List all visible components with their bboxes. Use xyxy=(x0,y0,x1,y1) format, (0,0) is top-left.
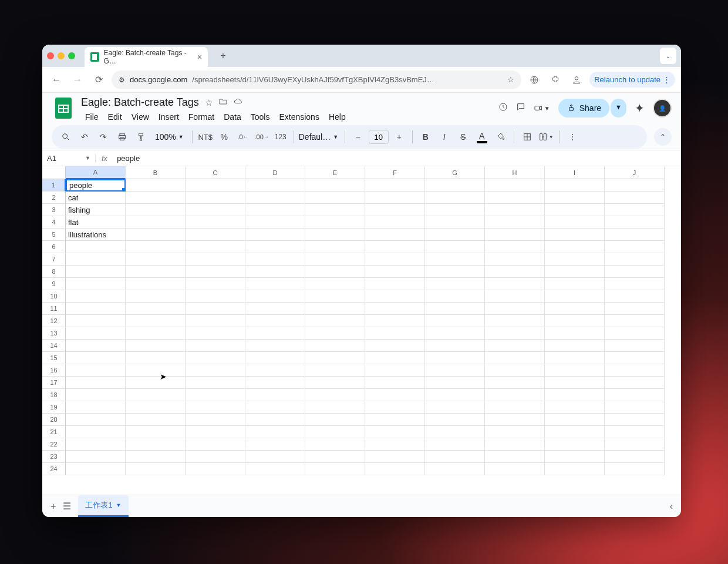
history-icon[interactable] xyxy=(498,102,508,115)
cell[interactable] xyxy=(365,463,425,475)
cell[interactable] xyxy=(245,241,305,253)
cell[interactable] xyxy=(545,426,605,438)
cell[interactable] xyxy=(66,303,126,315)
search-menus-icon[interactable] xyxy=(58,129,74,145)
cell[interactable] xyxy=(66,414,126,426)
row-header[interactable]: 9 xyxy=(42,278,66,290)
cell[interactable] xyxy=(545,229,605,241)
cell[interactable] xyxy=(365,364,425,377)
cell[interactable] xyxy=(365,327,425,340)
cell[interactable] xyxy=(245,303,305,315)
cell[interactable] xyxy=(425,303,485,315)
cell[interactable] xyxy=(425,290,485,303)
cell[interactable] xyxy=(485,303,545,315)
window-maximize-dot[interactable] xyxy=(68,52,75,59)
cell[interactable] xyxy=(305,364,365,377)
decrease-decimal-icon[interactable]: .0← xyxy=(235,129,251,145)
cell[interactable] xyxy=(365,278,425,290)
cell[interactable] xyxy=(186,303,245,315)
cell[interactable] xyxy=(605,290,665,303)
cell[interactable] xyxy=(126,463,186,475)
row-header[interactable]: 21 xyxy=(42,426,66,438)
cell[interactable] xyxy=(425,377,485,389)
menu-help[interactable]: Help xyxy=(325,110,350,124)
cell[interactable] xyxy=(605,303,665,315)
cell[interactable] xyxy=(305,389,365,401)
cell[interactable] xyxy=(186,340,245,352)
meet-icon[interactable]: ▼ xyxy=(534,103,550,113)
fill-color-button[interactable] xyxy=(493,129,509,145)
cell[interactable] xyxy=(425,266,485,278)
cell[interactable] xyxy=(485,340,545,352)
cell[interactable] xyxy=(545,179,605,192)
cell[interactable] xyxy=(605,204,665,216)
name-box[interactable]: A1▼ xyxy=(42,154,95,163)
cell[interactable] xyxy=(245,278,305,290)
cell[interactable] xyxy=(545,241,605,253)
cell[interactable] xyxy=(365,401,425,414)
column-header[interactable]: I xyxy=(545,166,605,179)
cell[interactable] xyxy=(365,266,425,278)
cell[interactable] xyxy=(365,179,425,192)
cell[interactable] xyxy=(245,204,305,216)
text-color-button[interactable]: A xyxy=(474,129,490,145)
cloud-status-icon[interactable] xyxy=(234,97,243,108)
cell[interactable] xyxy=(485,401,545,414)
cell[interactable] xyxy=(425,463,485,475)
cell[interactable] xyxy=(545,414,605,426)
cell[interactable] xyxy=(485,290,545,303)
cell[interactable] xyxy=(485,352,545,364)
cell[interactable] xyxy=(485,438,545,451)
cell[interactable] xyxy=(605,352,665,364)
menu-edit[interactable]: Edit xyxy=(104,110,126,124)
cell[interactable] xyxy=(66,327,126,340)
cell[interactable] xyxy=(365,389,425,401)
cell[interactable] xyxy=(425,241,485,253)
redo-icon[interactable]: ↷ xyxy=(95,129,112,145)
cell[interactable] xyxy=(605,179,665,192)
row-header[interactable]: 3 xyxy=(42,204,66,216)
cell[interactable] xyxy=(485,377,545,389)
row-header[interactable]: 5 xyxy=(42,229,66,241)
paint-format-icon[interactable] xyxy=(133,129,149,145)
gemini-icon[interactable]: ✦ xyxy=(635,101,645,115)
row-header[interactable]: 19 xyxy=(42,401,66,414)
cell[interactable] xyxy=(126,253,186,266)
cell[interactable] xyxy=(605,327,665,340)
cell[interactable] xyxy=(186,204,245,216)
cell[interactable] xyxy=(126,414,186,426)
cell[interactable] xyxy=(245,451,305,463)
tab-overflow-button[interactable]: ⌄ xyxy=(660,48,676,64)
cell[interactable] xyxy=(425,401,485,414)
row-header[interactable]: 7 xyxy=(42,253,66,266)
cell[interactable] xyxy=(126,364,186,377)
cell[interactable] xyxy=(605,216,665,229)
cell[interactable] xyxy=(126,290,186,303)
cell[interactable] xyxy=(365,241,425,253)
cell[interactable] xyxy=(365,192,425,204)
cell[interactable] xyxy=(365,352,425,364)
cell[interactable] xyxy=(485,451,545,463)
zoom-select[interactable]: 100% ▼ xyxy=(151,132,187,142)
grid-area[interactable]: ABCDEFGHIJ1people2cat3fishing4flat5illus… xyxy=(42,166,681,495)
cell[interactable] xyxy=(186,426,245,438)
cell[interactable] xyxy=(245,438,305,451)
url-field[interactable]: ⚙ docs.google.com/spreadsheets/d/11lV6U3… xyxy=(112,70,521,89)
cell[interactable] xyxy=(605,364,665,377)
column-header[interactable]: D xyxy=(245,166,305,179)
cell[interactable] xyxy=(186,241,245,253)
cell[interactable] xyxy=(545,266,605,278)
cell[interactable] xyxy=(245,327,305,340)
cell[interactable] xyxy=(66,278,126,290)
cell[interactable] xyxy=(365,414,425,426)
globe-icon[interactable] xyxy=(526,72,542,88)
move-icon[interactable] xyxy=(218,97,228,108)
cell[interactable] xyxy=(66,315,126,327)
cell[interactable] xyxy=(186,278,245,290)
cell[interactable] xyxy=(305,278,365,290)
cell[interactable] xyxy=(425,204,485,216)
row-header[interactable]: 11 xyxy=(42,303,66,315)
cell[interactable] xyxy=(126,340,186,352)
profile-icon[interactable] xyxy=(568,72,585,88)
cell[interactable] xyxy=(545,290,605,303)
